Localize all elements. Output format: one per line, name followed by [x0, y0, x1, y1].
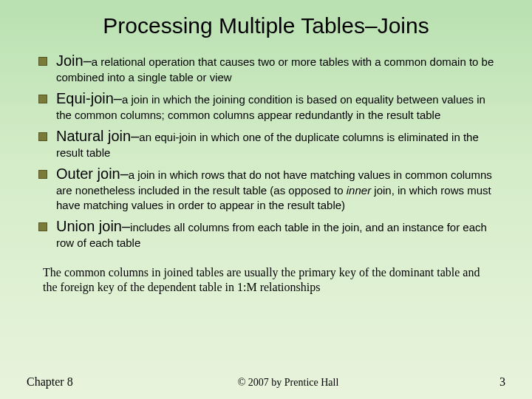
list-item: Equi-join–a join in which the joining co… [37, 89, 502, 123]
bullet-list: Join–a relational operation that causes … [30, 52, 502, 250]
term: Outer join– [56, 166, 129, 182]
page-title: Processing Multiple Tables–Joins [30, 13, 502, 38]
list-item: Union join–includes all columns from eac… [37, 217, 502, 250]
def-italic: inner [347, 184, 371, 197]
copyright-text: © 2007 by Prentice Hall [115, 377, 461, 389]
footnote-text: The common columns in joined tables are … [43, 265, 495, 295]
term: Equi-join– [56, 90, 122, 106]
list-item: Join–a relational operation that causes … [37, 52, 502, 85]
chapter-label: Chapter 8 [27, 375, 115, 389]
term: Join– [56, 52, 92, 69]
footer: Chapter 8 © 2007 by Prentice Hall 3 [0, 375, 532, 389]
slide: Processing Multiple Tables–Joins Join–a … [0, 0, 532, 295]
list-item: Natural join–an equi-join in which one o… [37, 127, 502, 160]
list-item: Outer join–a join in which rows that do … [37, 165, 502, 213]
page-number: 3 [461, 375, 505, 389]
term: Natural join– [56, 128, 139, 144]
definition: a relational operation that causes two o… [56, 55, 494, 83]
term: Union join– [56, 218, 130, 234]
